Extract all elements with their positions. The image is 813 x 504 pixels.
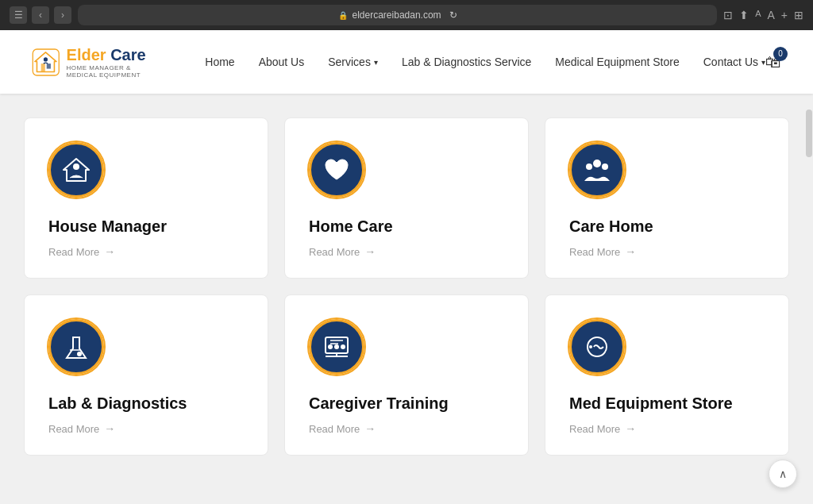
font-small[interactable]: A (755, 9, 761, 21)
cart-badge: 0 (773, 47, 788, 61)
home-care-title: Home Care (309, 217, 504, 236)
service-card-equipment[interactable]: Med Equipment Store Read More → (545, 294, 789, 456)
caregiver-icon (322, 333, 351, 361)
lab-icon (62, 333, 91, 361)
read-more-arrow-4: → (104, 422, 115, 435)
care-home-title: Care Home (569, 217, 765, 236)
tab-grid-icon[interactable]: ⊞ (794, 9, 803, 21)
caregiver-title: Caregiver Training (309, 394, 504, 413)
read-more-arrow-5: → (364, 422, 376, 435)
reload-icon[interactable]: ↻ (449, 10, 457, 21)
back-button[interactable]: ‹ (32, 6, 49, 24)
font-large[interactable]: A (767, 9, 774, 21)
lab-read-more[interactable]: Read More → (48, 422, 244, 435)
lock-icon: 🔒 (338, 11, 348, 20)
care-home-icon (583, 156, 611, 184)
svg-point-18 (341, 344, 345, 349)
service-icon-care-home (569, 142, 625, 198)
svg-point-16 (328, 344, 333, 349)
house-manager-title: House Manager (48, 217, 244, 236)
main-content: House Manager Read More → Home Care Read… (0, 94, 813, 504)
svg-point-6 (73, 164, 79, 170)
service-card-lab[interactable]: Lab & Diagnostics Read More → (24, 294, 268, 456)
logo-brand: Elder Care (67, 46, 158, 64)
browser-controls: ☰ ‹ › (10, 6, 71, 24)
svg-point-20 (589, 345, 592, 348)
services-grid: House Manager Read More → Home Care Read… (24, 117, 789, 456)
logo-area[interactable]: Elder Care Home Manager & Medical Equipm… (32, 40, 157, 84)
nav-lab[interactable]: Lab & Diagnostics Service (402, 56, 531, 68)
lab-title: Lab & Diagnostics (48, 394, 244, 413)
reader-icon[interactable]: ⊡ (723, 9, 733, 21)
logo-tagline: Home Manager & Medical Equipment (67, 64, 158, 79)
nav-equipment[interactable]: Medical Equipment Store (555, 56, 679, 68)
service-icon-home-care (309, 142, 364, 198)
cart-area[interactable]: 🛍 0 (765, 53, 781, 71)
read-more-arrow-3: → (625, 245, 636, 258)
nav-services[interactable]: Services (328, 56, 378, 68)
svg-rect-2 (41, 63, 45, 71)
service-icon-lab (48, 319, 104, 375)
logo-svg (32, 40, 60, 84)
read-more-arrow-6: → (625, 422, 636, 435)
svg-point-17 (334, 344, 339, 349)
nav-links: Home About Us Services Lab & Diagnostics… (205, 56, 765, 68)
share-icon[interactable]: ⬆ (739, 9, 749, 21)
nav-about[interactable]: About Us (259, 56, 305, 68)
svg-point-19 (588, 337, 607, 356)
scrollbar[interactable] (805, 30, 813, 504)
url-text: eldercareibadan.com (353, 10, 441, 21)
service-icon-equipment (569, 319, 625, 375)
nav-contact[interactable]: Contact Us (703, 56, 765, 68)
home-care-read-more[interactable]: Read More → (309, 245, 504, 258)
service-card-care-home[interactable]: Care Home Read More → (545, 117, 789, 279)
scroll-top-icon: ∧ (779, 467, 787, 480)
caregiver-read-more[interactable]: Read More → (309, 422, 504, 435)
sidebar-toggle[interactable]: ☰ (10, 6, 27, 24)
service-card-caregiver[interactable]: Caregiver Training Read More → (284, 294, 529, 456)
svg-point-8 (586, 164, 592, 170)
navbar: Elder Care Home Manager & Medical Equipm… (0, 30, 813, 94)
equipment-icon (583, 333, 611, 361)
scroll-top-button[interactable]: ∧ (769, 460, 797, 488)
add-tab-icon[interactable]: + (781, 9, 788, 21)
care-home-read-more[interactable]: Read More → (569, 245, 765, 258)
logo-text: Elder Care Home Manager & Medical Equipm… (67, 46, 158, 79)
address-bar[interactable]: 🔒 eldercareibadan.com ↻ (78, 5, 717, 25)
house-manager-icon (62, 156, 91, 184)
browser-right-controls: ⊡ ⬆ A A + ⊞ (723, 9, 803, 21)
equipment-title: Med Equipment Store (569, 394, 765, 413)
home-care-icon (322, 156, 351, 184)
svg-point-11 (77, 352, 82, 356)
service-icon-caregiver (309, 319, 364, 375)
service-icon-house-manager (48, 142, 104, 198)
svg-rect-13 (326, 337, 348, 353)
browser-chrome: ☰ ‹ › 🔒 eldercareibadan.com ↻ ⊡ ⬆ A A + … (0, 0, 813, 30)
svg-point-4 (44, 57, 48, 61)
service-card-home-care[interactable]: Home Care Read More → (284, 117, 529, 279)
scrollbar-thumb[interactable] (806, 110, 812, 157)
service-card-house-manager[interactable]: House Manager Read More → (24, 117, 268, 279)
nav-home[interactable]: Home (205, 56, 234, 68)
house-manager-read-more[interactable]: Read More → (48, 245, 244, 258)
svg-point-9 (602, 164, 608, 170)
svg-point-7 (593, 160, 601, 167)
read-more-arrow-2: → (364, 245, 376, 258)
svg-rect-3 (47, 63, 51, 68)
equipment-read-more[interactable]: Read More → (569, 422, 765, 435)
svg-marker-5 (64, 159, 89, 181)
read-more-arrow: → (104, 245, 115, 258)
forward-button[interactable]: › (54, 6, 71, 24)
